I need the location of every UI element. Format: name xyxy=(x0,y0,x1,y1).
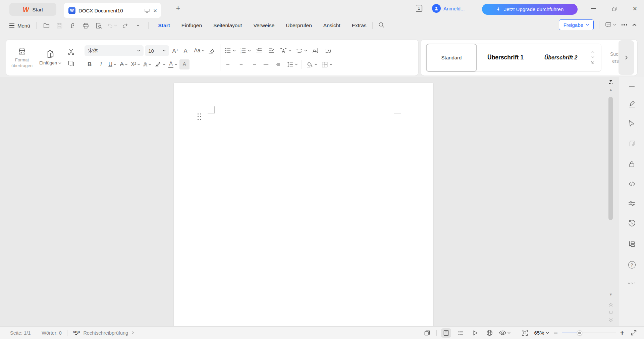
page-indicator[interactable]: Seite: 1/1 xyxy=(10,330,31,336)
edit-pen-button[interactable] xyxy=(619,100,644,108)
play-view-button[interactable] xyxy=(470,328,480,338)
signin-button[interactable]: Anmeld... xyxy=(432,4,465,13)
new-tab-button[interactable]: + xyxy=(174,4,182,13)
more-commands-button[interactable] xyxy=(133,20,144,31)
menu-button[interactable]: Menü xyxy=(9,23,30,29)
collapse-ribbon-button[interactable] xyxy=(632,23,637,26)
save-button[interactable] xyxy=(54,20,65,31)
more-tools-button[interactable] xyxy=(619,283,644,284)
more-options-button[interactable] xyxy=(622,24,627,25)
zoom-out-button[interactable]: − xyxy=(553,329,557,337)
home-tab[interactable]: W Start xyxy=(9,3,56,16)
tab-start[interactable]: Start xyxy=(153,20,176,31)
print-preview-button[interactable] xyxy=(94,20,104,31)
align-right-button[interactable] xyxy=(249,59,259,69)
font-size-select[interactable]: 10 xyxy=(145,45,169,56)
select-tool-button[interactable] xyxy=(619,119,644,127)
scrollbar-thumb[interactable] xyxy=(608,97,613,220)
expand-panel-button[interactable] xyxy=(619,40,634,75)
settings-sliders-button[interactable] xyxy=(619,200,644,207)
character-shading-button[interactable]: A xyxy=(179,59,190,69)
cut-button[interactable] xyxy=(67,48,75,56)
shrink-font-button[interactable]: A⁻ xyxy=(182,46,192,56)
highlight-button[interactable] xyxy=(154,59,166,69)
numbering-button[interactable]: 123 xyxy=(239,46,252,56)
increase-indent-button[interactable] xyxy=(266,46,276,56)
print-button[interactable] xyxy=(80,20,91,31)
fullscreen-button[interactable] xyxy=(629,328,639,338)
undo-button[interactable] xyxy=(107,20,117,31)
help-button[interactable]: ? xyxy=(619,261,644,269)
close-tab-icon[interactable]: × xyxy=(153,7,157,14)
outline-view-button[interactable] xyxy=(455,328,466,338)
next-page-button[interactable] xyxy=(605,318,617,322)
export-pdf-button[interactable] xyxy=(67,20,78,31)
line-spacing-button[interactable] xyxy=(286,59,299,69)
comments-button[interactable] xyxy=(605,21,616,28)
slider-knob[interactable] xyxy=(577,330,582,336)
spellcheck-button[interactable]: ABC Rechtschreibprüfung xyxy=(73,330,135,336)
lock-button[interactable] xyxy=(619,160,644,168)
code-view-button[interactable] xyxy=(619,181,644,187)
minimize-button[interactable] xyxy=(589,5,598,13)
navigation-pane-button[interactable] xyxy=(619,240,644,248)
eye-protection-button[interactable] xyxy=(499,328,511,338)
decrease-indent-button[interactable] xyxy=(254,46,264,56)
format-painter-button[interactable]: Formatübertragen xyxy=(8,42,36,73)
scroll-up-button[interactable]: ▲ xyxy=(605,88,617,92)
strikethrough-button[interactable]: A xyxy=(119,59,129,69)
tab-ansicht[interactable]: Ansicht xyxy=(318,20,346,31)
search-button[interactable] xyxy=(378,21,385,30)
clear-formatting-button[interactable] xyxy=(207,46,217,56)
copy-button[interactable] xyxy=(67,60,75,67)
upgrade-button[interactable]: Jetzt Upgrade durchführen xyxy=(482,4,578,15)
gallery-down-icon[interactable] xyxy=(591,56,594,58)
redo-button[interactable] xyxy=(120,20,130,31)
gallery-up-icon[interactable] xyxy=(591,51,594,53)
paste-button[interactable]: Einfügen xyxy=(36,42,65,73)
borders-button[interactable] xyxy=(320,59,333,69)
scroll-down-button[interactable]: ▼ xyxy=(605,293,617,296)
style-heading2[interactable]: Überschrift 2 xyxy=(534,44,588,71)
tab-verweise[interactable]: Verweise xyxy=(248,20,280,31)
document-page[interactable] xyxy=(174,83,433,326)
text-direction-button[interactable] xyxy=(294,46,308,56)
style-heading1[interactable]: Überschrift 1 xyxy=(477,44,534,71)
underline-button[interactable]: U xyxy=(107,59,117,69)
font-color-button[interactable]: A xyxy=(168,59,178,69)
style-standard[interactable]: Standard xyxy=(426,44,477,72)
history-button[interactable] xyxy=(619,220,644,228)
bullets-button[interactable] xyxy=(224,46,236,56)
zoom-in-button[interactable]: + xyxy=(620,329,624,337)
tab-einfuegen[interactable]: Einfügen xyxy=(176,20,208,31)
window-count-badge[interactable]: 1 xyxy=(416,5,423,12)
font-name-select[interactable]: 宋体 xyxy=(85,45,144,56)
tab-extras[interactable]: Extras xyxy=(346,20,372,31)
text-effects-button[interactable]: A xyxy=(142,59,152,69)
share-button[interactable]: Freigabe xyxy=(559,19,594,30)
grow-font-button[interactable]: A⁺ xyxy=(170,46,180,56)
undo-dropdown-icon[interactable] xyxy=(114,25,117,27)
italic-button[interactable]: I xyxy=(96,59,106,69)
show-marks-button[interactable] xyxy=(323,46,333,56)
web-layout-button[interactable] xyxy=(484,328,494,338)
change-case-button[interactable]: Aa xyxy=(193,46,205,56)
tab-seitenlayout[interactable]: Seitenlayout xyxy=(208,20,248,31)
restore-button[interactable] xyxy=(610,5,619,13)
bold-button[interactable]: B xyxy=(85,59,95,69)
fit-page-button[interactable] xyxy=(520,328,530,338)
close-window-button[interactable]: × xyxy=(631,5,639,13)
distribute-button[interactable] xyxy=(273,59,283,69)
align-left-button[interactable] xyxy=(224,59,234,69)
collapse-panel-button[interactable] xyxy=(619,86,644,87)
character-spacing-button[interactable] xyxy=(279,46,292,56)
print-layout-view-button[interactable] xyxy=(441,328,451,338)
open-button[interactable] xyxy=(41,20,52,31)
paragraph-drag-handle[interactable] xyxy=(198,113,202,120)
clear-clipboard-button[interactable] xyxy=(619,140,644,147)
page-panel-button[interactable] xyxy=(422,328,432,338)
zoom-level-button[interactable]: 65% xyxy=(534,330,549,336)
align-center-button[interactable] xyxy=(236,59,246,69)
zoom-slider[interactable] xyxy=(562,330,616,336)
word-count[interactable]: Wörter: 0 xyxy=(42,330,62,336)
